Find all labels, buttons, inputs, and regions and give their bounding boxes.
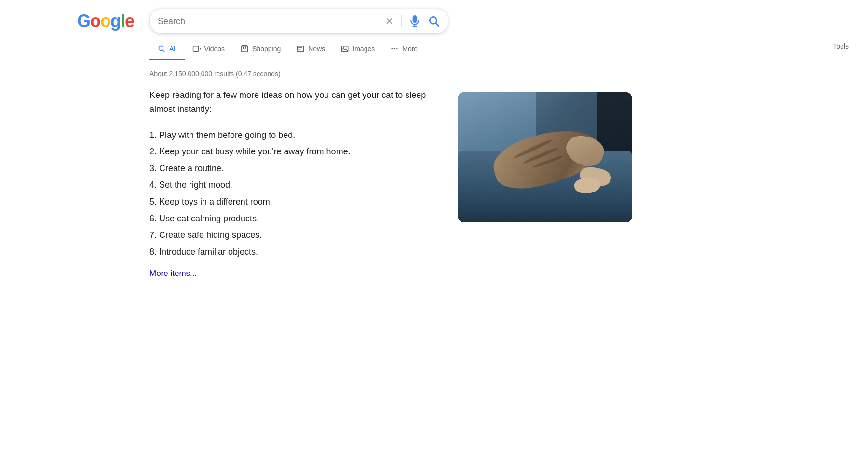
all-tab-icon xyxy=(157,44,166,53)
svg-point-16 xyxy=(396,48,398,50)
svg-rect-9 xyxy=(298,46,304,52)
mic-icon[interactable] xyxy=(408,15,421,27)
search-bar: 10 ways to get a cat to sleep ✕ xyxy=(149,9,448,34)
more-items-link[interactable]: More items... xyxy=(149,269,197,278)
cat-image xyxy=(458,92,632,222)
tools-label: Tools xyxy=(833,42,849,50)
tab-more[interactable]: More xyxy=(382,39,425,60)
list-item: 1. Play with them before going to bed. xyxy=(149,127,429,144)
tab-shopping[interactable]: Shopping xyxy=(232,39,288,60)
list-item: 6. Use cat calming products. xyxy=(149,210,429,227)
results-count: About 2,150,000,000 results (0.47 second… xyxy=(149,70,675,78)
main-content: About 2,150,000,000 results (0.47 second… xyxy=(0,60,675,298)
svg-marker-7 xyxy=(200,47,201,50)
header: Google 10 ways to get a cat to sleep ✕ xyxy=(0,0,868,34)
list-item: 4. Set the right mood. xyxy=(149,177,429,193)
divider xyxy=(401,15,402,27)
logo-l: l xyxy=(121,11,125,31)
tab-news-label: News xyxy=(308,45,325,53)
svg-line-3 xyxy=(436,23,439,26)
list-item: 5. Keep toys in a different room. xyxy=(149,193,429,210)
logo-e: e xyxy=(125,11,134,31)
svg-point-15 xyxy=(394,48,395,50)
svg-rect-6 xyxy=(193,46,198,52)
result-intro: Keep reading for a few more ideas on how… xyxy=(149,88,429,116)
list-item: 7. Create safe hiding spaces. xyxy=(149,227,429,244)
search-submit-icon[interactable] xyxy=(428,15,440,27)
list-item: 8. Introduce familiar objects. xyxy=(149,244,429,260)
logo-o1: o xyxy=(90,11,100,31)
result-list: 1. Play with them before going to bed. 2… xyxy=(149,127,429,260)
list-item: 3. Create a routine. xyxy=(149,160,429,177)
tab-images[interactable]: Images xyxy=(333,39,382,60)
shopping-tab-icon xyxy=(240,44,249,53)
logo-o2: o xyxy=(100,11,110,31)
tab-news[interactable]: News xyxy=(288,39,333,60)
more-tab-icon xyxy=(390,44,399,53)
cat-scene-bg xyxy=(458,92,632,222)
logo-g: G xyxy=(77,11,90,31)
tab-videos[interactable]: Videos xyxy=(185,39,233,60)
tab-more-label: More xyxy=(402,45,418,53)
tab-all-label: All xyxy=(169,45,177,53)
cat-image-container xyxy=(458,92,632,222)
logo-g2: g xyxy=(110,11,121,31)
tab-images-label: Images xyxy=(353,45,375,53)
clear-icon[interactable]: ✕ xyxy=(384,16,394,27)
search-bar-icons: ✕ xyxy=(384,15,440,27)
svg-point-14 xyxy=(392,48,393,50)
tab-videos-label: Videos xyxy=(204,45,225,53)
news-tab-icon xyxy=(296,44,305,53)
result-text-block: Keep reading for a few more ideas on how… xyxy=(149,88,429,278)
images-tab-icon xyxy=(340,44,349,53)
tab-shopping-label: Shopping xyxy=(252,45,281,53)
google-logo[interactable]: Google xyxy=(77,11,134,31)
nav-tabs: All Videos Shopping xyxy=(0,34,868,60)
videos-tab-icon xyxy=(192,44,201,53)
search-input[interactable]: 10 ways to get a cat to sleep xyxy=(158,16,379,27)
svg-line-5 xyxy=(163,50,164,52)
tab-all[interactable]: All xyxy=(149,39,185,60)
list-item: 2. Keep your cat busy while you're away … xyxy=(149,143,429,160)
tools-button[interactable]: Tools xyxy=(833,42,868,56)
svg-rect-12 xyxy=(342,46,349,52)
result-body: Keep reading for a few more ideas on how… xyxy=(149,88,675,278)
